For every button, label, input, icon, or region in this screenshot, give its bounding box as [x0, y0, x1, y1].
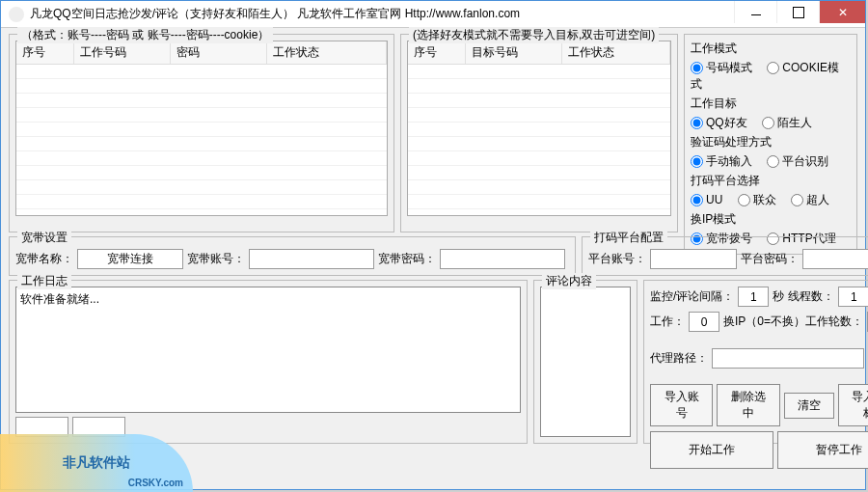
targets-table[interactable]: 序号 目标号码 工作状态	[407, 41, 671, 216]
import-account-button[interactable]: 导入账号	[650, 384, 713, 426]
log-textarea[interactable]: 软件准备就绪...	[15, 287, 521, 413]
ip-mode-title: 换IP模式	[691, 211, 851, 228]
th-status: 工作状态	[267, 41, 387, 64]
delete-selected-button[interactable]: 删除选中	[717, 384, 779, 426]
radio-manual[interactable]: 手动输入	[691, 154, 752, 168]
minimize-button[interactable]	[734, 1, 776, 23]
th-seq: 序号	[16, 41, 74, 64]
proxy-label: 代理路径：	[650, 350, 708, 367]
proxy-input[interactable]	[712, 348, 864, 369]
targets-rows	[408, 65, 670, 209]
bb-password-label: 宽带密码：	[378, 251, 436, 267]
pf-password-label: 平台密码：	[741, 251, 799, 267]
log-title: 工作日志	[17, 273, 71, 289]
work-mode-title: 工作模式	[691, 41, 851, 57]
radio-chaoren[interactable]: 超人	[791, 193, 829, 206]
work-input[interactable]	[689, 312, 719, 332]
bb-password-input[interactable]	[440, 249, 565, 269]
radio-lianzhong[interactable]: 联众	[738, 193, 776, 206]
platform-title: 打码平台选择	[691, 173, 851, 189]
titlebar: 凡龙QQ空间日志抢沙发/评论（支持好友和陌生人） 凡龙软件工作室官网 Http:…	[1, 1, 865, 28]
pf-account-input[interactable]	[650, 249, 737, 269]
monitor-label: 监控/评论间隔：	[650, 288, 734, 305]
bb-name-input[interactable]	[77, 249, 183, 269]
platform-cfg-title: 打码平台配置	[590, 230, 667, 246]
radio-qq-friends[interactable]: QQ好友	[691, 116, 747, 129]
th-worknum: 工作号码	[74, 41, 171, 64]
start-button[interactable]: 开始工作	[650, 431, 773, 469]
pause-button[interactable]: 暂停工作	[777, 431, 868, 469]
comment-title: 评论内容	[542, 273, 596, 289]
broadband-title: 宽带设置	[17, 230, 71, 246]
ipcycle-label: 换IP（0=不换）工作轮数：	[723, 314, 863, 330]
radio-strangers[interactable]: 陌生人	[762, 116, 812, 129]
th-targetnum: 目标号码	[466, 41, 562, 64]
left-table-caption: （格式：账号----密码 或 账号----密码----cookie）	[17, 27, 273, 43]
pf-account-label: 平台账号：	[588, 251, 646, 267]
app-icon	[9, 7, 24, 22]
small-input-1[interactable]	[15, 417, 68, 437]
thread-input[interactable]	[838, 287, 868, 307]
accounts-table[interactable]: 序号 工作号码 密码 工作状态	[15, 41, 388, 216]
bb-name-label: 宽带名称：	[15, 251, 73, 267]
window-title: 凡龙QQ空间日志抢沙发/评论（支持好友和陌生人） 凡龙软件工作室官网 Http:…	[30, 6, 734, 22]
radio-uu[interactable]: UU	[691, 193, 722, 206]
accounts-rows	[16, 65, 387, 209]
right-table-caption: (选择好友模式就不需要导入目标,双击可进空间)	[409, 27, 659, 43]
radio-platform[interactable]: 平台识别	[767, 154, 828, 168]
small-input-2[interactable]	[72, 417, 125, 437]
captcha-title: 验证码处理方式	[691, 134, 851, 150]
work-target-title: 工作目标	[691, 96, 851, 112]
bb-account-label: 宽带账号：	[187, 251, 245, 267]
work-mode-group: 工作模式 号码模式 COOKIE模式 工作目标 QQ好友 陌生人 验证码处理方式…	[684, 34, 857, 255]
radio-num-mode[interactable]: 号码模式	[691, 61, 752, 74]
th-seq2: 序号	[408, 41, 466, 64]
clear-button[interactable]: 清空	[784, 393, 834, 419]
monitor-input[interactable]	[738, 287, 769, 307]
th-pwd: 密码	[171, 41, 267, 64]
work-label: 工作：	[650, 314, 685, 330]
bb-account-input[interactable]	[249, 249, 374, 269]
maximize-button[interactable]	[776, 1, 819, 23]
thread-label: 线程数：	[788, 288, 834, 305]
import-target-button[interactable]: 导入目标	[838, 384, 868, 426]
pf-password-input[interactable]	[802, 249, 868, 269]
sec-label: 秒	[773, 288, 784, 305]
close-button[interactable]	[819, 1, 865, 23]
th-status2: 工作状态	[562, 41, 670, 64]
comment-textarea[interactable]	[540, 287, 631, 437]
